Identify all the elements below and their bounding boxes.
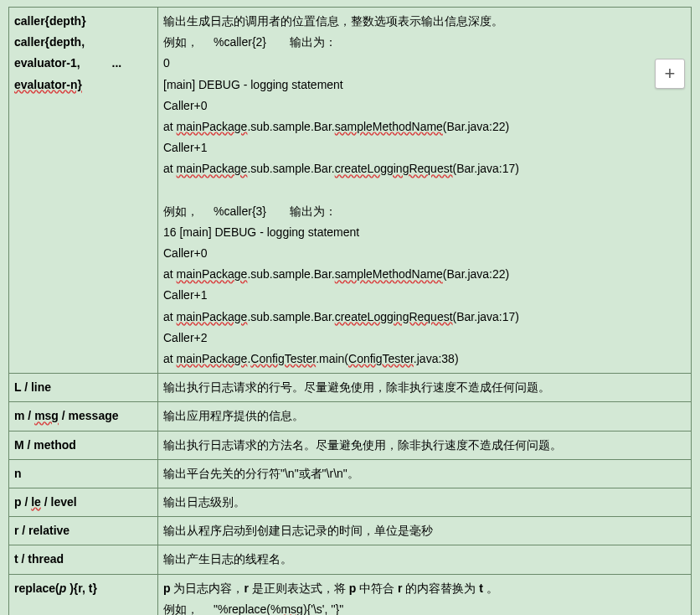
table-row: replace(p ){r, t} p 为日志内容，r 是正则表达式，将 p 中… (9, 574, 692, 615)
pattern-desc-replace: p 为日志内容，r 是正则表达式，将 p 中符合 r 的内容替换为 t 。 例如… (158, 574, 692, 615)
pattern-desc-thread: 输出产生日志的线程名。 (158, 545, 692, 574)
pattern-desc-msg: 输出应用程序提供的信息。 (158, 402, 692, 431)
pattern-key-caller: caller{depth} caller{depth, evaluator-1,… (9, 8, 158, 374)
pattern-key-level: p / le / level (9, 488, 158, 516)
plus-icon: + (665, 63, 676, 85)
pattern-desc-n: 输出平台先关的分行符"\n"或者"\r\n"。 (158, 459, 692, 488)
pattern-key-n: n (9, 459, 158, 488)
pattern-desc-method: 输出执行日志请求的方法名。尽量避免使用，除非执行速度不造成任何问题。 (158, 431, 692, 459)
table-row: n 输出平台先关的分行符"\n"或者"\r\n"。 (9, 459, 692, 488)
pattern-desc-caller: 输出生成日志的调用者的位置信息，整数选项表示输出信息深度。 例如，%caller… (158, 8, 692, 374)
add-row-top-button[interactable]: + (655, 59, 685, 89)
table-row: p / le / level 输出日志级别。 (9, 488, 692, 516)
pattern-desc-relative: 输出从程序启动到创建日志记录的时间，单位是毫秒 (158, 517, 692, 545)
table-row: caller{depth} caller{depth, evaluator-1,… (9, 8, 692, 374)
pattern-key-relative: r / relative (9, 517, 158, 545)
pattern-key-line: L / line (9, 374, 158, 402)
pattern-desc-level: 输出日志级别。 (158, 488, 692, 516)
table-row: m / msg / message 输出应用程序提供的信息。 (9, 402, 692, 431)
pattern-key-msg: m / msg / message (9, 402, 158, 431)
table-row: L / line 输出执行日志请求的行号。尽量避免使用，除非执行速度不造成任何问… (9, 374, 692, 402)
pattern-desc-line: 输出执行日志请求的行号。尽量避免使用，除非执行速度不造成任何问题。 (158, 374, 692, 402)
pattern-key-thread: t / thread (9, 545, 158, 574)
patterns-table: caller{depth} caller{depth, evaluator-1,… (8, 7, 692, 615)
pattern-key-method: M / method (9, 431, 158, 459)
table-row: M / method 输出执行日志请求的方法名。尽量避免使用，除非执行速度不造成… (9, 431, 692, 459)
pattern-key-replace: replace(p ){r, t} (9, 574, 158, 615)
table-row: t / thread 输出产生日志的线程名。 (9, 545, 692, 574)
table-row: r / relative 输出从程序启动到创建日志记录的时间，单位是毫秒 (9, 517, 692, 545)
